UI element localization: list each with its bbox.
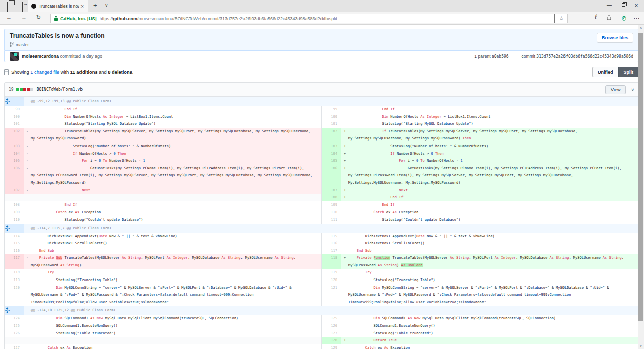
line-number[interactable]: 128 <box>322 337 341 344</box>
line-number[interactable]: 106 <box>5 165 24 187</box>
diff-right-cell: 127 StatusLog("Table truncated") <box>321 330 638 337</box>
line-number[interactable]: 104 <box>5 150 24 158</box>
diff-left-cell: 118 Try <box>5 269 321 276</box>
line-number[interactable]: 105 <box>322 157 341 165</box>
share-icon[interactable] <box>606 14 612 20</box>
site-identity-label[interactable]: GitHub, Inc. [US] <box>60 16 97 21</box>
parent-sha-link[interactable]: a0eb596 <box>492 54 509 59</box>
line-number[interactable]: 103 <box>322 143 341 150</box>
set-tabs-aside-icon[interactable] <box>7 3 15 9</box>
more-options-icon[interactable]: … <box>633 13 640 20</box>
line-number[interactable]: 109 <box>322 201 341 209</box>
expand-diff-button[interactable] <box>5 97 24 106</box>
line-number[interactable]: 102 <box>5 128 24 143</box>
line-number[interactable]: 129 <box>322 344 341 349</box>
diff-left-cell: 124 Dim SQLCommand1 As New MySql.Data.My… <box>5 315 321 322</box>
reading-view-icon[interactable] <box>554 14 555 23</box>
back-icon[interactable]: ← <box>6 14 12 20</box>
line-number[interactable]: 101 <box>5 120 24 128</box>
line-number[interactable]: 117 <box>322 247 341 255</box>
browser-tab[interactable]: TruncateTables is now a × <box>28 0 88 12</box>
url-field[interactable]: GitHub, Inc. [US] https://github.com/moi… <box>50 14 568 23</box>
expand-diff-button[interactable] <box>5 306 24 315</box>
line-number[interactable]: 126 <box>5 330 24 337</box>
line-number[interactable]: 101 <box>322 120 341 128</box>
line-number[interactable]: 106 <box>322 165 341 187</box>
line-number[interactable]: 105 <box>5 157 24 165</box>
author-name[interactable]: moisesmcardona <box>22 54 59 59</box>
line-number[interactable]: 100 <box>5 113 24 121</box>
minimize-button[interactable]: — <box>605 2 614 8</box>
showing-text: Showing 1 changed file with 11 additions… <box>11 69 133 75</box>
line-number[interactable]: 111 <box>322 216 341 224</box>
line-number[interactable]: 125 <box>322 315 341 322</box>
tab-close-icon[interactable]: × <box>79 4 85 9</box>
code-line: RichTextBox1.AppendText(Date.Now & " || … <box>341 233 638 240</box>
line-number[interactable]: 108 <box>322 194 341 201</box>
line-number[interactable]: 110 <box>5 216 24 224</box>
diff-right-cell: 120 StatusLog("Truncating Table") <box>321 276 638 284</box>
refresh-icon[interactable]: ↻ <box>36 14 41 21</box>
line-number[interactable]: 121 <box>322 284 341 306</box>
view-button[interactable]: View <box>605 85 626 94</box>
split-button[interactable]: Split <box>618 67 639 77</box>
line-number[interactable]: 117 <box>5 254 24 269</box>
scrollbar-thumb[interactable] <box>638 33 643 321</box>
line-number[interactable]: 120 <box>322 276 341 284</box>
line-number[interactable]: 99 <box>5 106 24 113</box>
line-number[interactable]: 124 <box>5 315 24 322</box>
scroll-down-icon[interactable]: ∨ <box>638 344 644 348</box>
line-number[interactable]: 100 <box>322 113 341 121</box>
close-window-button[interactable]: × <box>632 2 641 9</box>
tab-preview-chevron-icon[interactable]: ∨ <box>105 3 108 8</box>
line-number[interactable]: 103 <box>5 143 24 150</box>
author-avatar[interactable] <box>10 52 19 61</box>
file-menu-chevron-icon[interactable]: ∨ <box>631 87 634 92</box>
line-number[interactable]: 120 <box>5 284 24 306</box>
line-number[interactable]: 115 <box>5 240 24 247</box>
line-number[interactable]: 116 <box>5 247 24 255</box>
line-number[interactable]: 107 <box>5 187 24 194</box>
code-line: + If NumberOfHosts > 0 Then <box>341 150 638 158</box>
line-number[interactable]: 109 <box>5 208 24 216</box>
file-name[interactable]: BOINCToWeb/Form1.vb <box>37 87 83 92</box>
scroll-up-icon[interactable]: ∧ <box>638 26 644 30</box>
line-number[interactable]: 102 <box>322 128 341 143</box>
line-number[interactable]: 116 <box>322 240 341 247</box>
code-line: RichTextBox1.ScrollToCaret() <box>24 240 321 247</box>
line-number[interactable]: 126 <box>322 322 341 330</box>
line-number[interactable]: 125 <box>5 322 24 330</box>
line-number[interactable]: 114 <box>5 233 24 240</box>
line-number[interactable]: 119 <box>322 269 341 276</box>
code-line: Try <box>24 269 321 276</box>
line-number[interactable]: 127 <box>322 330 341 337</box>
addition-sign: + <box>344 150 346 158</box>
web-notes-pen-icon[interactable]: ℓ <box>595 13 597 20</box>
line-number[interactable]: 115 <box>322 233 341 240</box>
unified-button[interactable]: Unified <box>592 67 618 77</box>
line-number[interactable]: 119 <box>5 276 24 284</box>
code-line: Dim NumberOfHosts As Integer = ListBox1.… <box>341 113 638 121</box>
line-number[interactable]: 127 <box>5 344 24 349</box>
browse-files-button[interactable]: Browse files <box>597 33 633 43</box>
code-line <box>24 337 321 344</box>
grammarly-extension-icon[interactable]: G <box>622 15 626 22</box>
line-number[interactable]: 107 <box>322 187 341 194</box>
line-number[interactable]: 110 <box>322 208 341 216</box>
code-line: Catch ex As Exception <box>341 344 638 349</box>
line-number[interactable]: 118 <box>5 269 24 276</box>
forward-icon[interactable]: → <box>21 14 27 20</box>
branch-name[interactable]: master <box>16 42 29 47</box>
browser-address-bar: ← → ↻ GitHub, Inc. [US] https://github.c… <box>0 12 644 25</box>
page-scrollbar[interactable]: ∧ ∨ <box>638 25 644 349</box>
line-number[interactable]: 99 <box>322 106 341 113</box>
line-number[interactable]: 118 <box>322 254 341 269</box>
deletion-sign: - <box>26 128 28 135</box>
favorite-star-icon[interactable]: ☆ <box>559 16 564 21</box>
restore-button[interactable] <box>619 2 628 8</box>
new-tab-button[interactable]: + <box>93 2 97 9</box>
expand-diff-button[interactable] <box>5 224 24 233</box>
line-number[interactable]: 104 <box>322 150 341 158</box>
changed-file-link[interactable]: 1 changed file <box>30 69 59 75</box>
line-number[interactable]: 108 <box>5 201 24 209</box>
